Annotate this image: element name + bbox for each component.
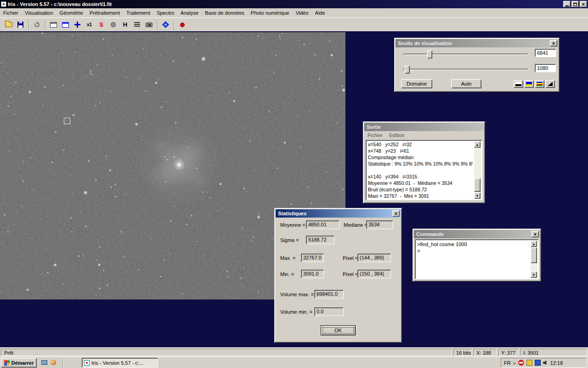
toolbar-list-button[interactable] <box>131 19 143 30</box>
ok-button[interactable]: OK <box>321 325 356 335</box>
menu-spectro[interactable]: Spectro <box>153 8 177 17</box>
high-threshold-slider-track[interactable] <box>403 53 528 55</box>
commande-scrollbar[interactable]: ▲ ▼ <box>531 241 537 278</box>
volume-max-value: 698401.0 <box>314 290 344 299</box>
open-folder-icon <box>5 22 12 27</box>
toolbar-zoom1-button[interactable]: x1 <box>84 19 95 30</box>
toolbar-open-button[interactable] <box>3 19 14 30</box>
scrollbar-thumb[interactable] <box>531 247 537 263</box>
scrollbar-thumb[interactable] <box>474 178 481 192</box>
tray-collapse-icon[interactable]: « <box>513 360 516 366</box>
menu-aide[interactable]: Aide <box>312 8 328 17</box>
toolbar-compass-button[interactable] <box>160 19 171 30</box>
toolbar-crosshair-button[interactable] <box>72 19 83 30</box>
toolbar-record-button[interactable] <box>176 19 188 30</box>
toolbar-histogram-button[interactable]: H <box>119 19 131 30</box>
tray-antivirus-icon[interactable] <box>518 360 524 366</box>
menu-photo-numerique[interactable]: Photo numérique <box>248 8 293 17</box>
menu-base-de-donnees[interactable]: Base de données <box>202 8 248 17</box>
list-icon <box>134 22 140 27</box>
seuils-close-button[interactable]: × <box>550 40 557 46</box>
menu-fichier[interactable]: Fichier <box>0 8 22 17</box>
toolbar-blue-frame-button[interactable] <box>60 19 71 30</box>
multi-color-mode-button[interactable] <box>535 80 544 88</box>
seuils-window: Seuils de visualisation × 6841 1080 Doma… <box>394 38 560 92</box>
min-value: 3091.0 <box>301 270 324 278</box>
menu-pretraitement[interactable]: Prétraitement <box>86 8 123 17</box>
sortie-output-area[interactable]: x=540 y=252 i=32 x=748 y=23 i=61 Composi… <box>366 140 482 200</box>
low-threshold-slider-track[interactable] <box>403 69 528 70</box>
commande-close-button[interactable]: × <box>531 231 539 237</box>
iris-task-button[interactable]: Iris - Version 5.57 - c:... <box>82 358 158 368</box>
sortie-menu-fichier[interactable]: Fichier <box>364 131 386 140</box>
window-title: Iris - Version 5.57 - c:\nouveau dossier… <box>6 1 562 7</box>
toolbar-save-button[interactable] <box>15 19 26 30</box>
command-line: >find_hot cosme 1000 <box>417 241 529 247</box>
arrow-up-icon: ▲ <box>476 143 479 146</box>
menu-traitement[interactable]: Traitement <box>123 8 153 17</box>
toolbar-window-button[interactable] <box>48 19 59 30</box>
high-threshold-value[interactable]: 6841 <box>535 49 556 57</box>
toolbar-circle-button[interactable] <box>107 19 119 30</box>
statistiques-titlebar[interactable]: Statistiques × <box>276 209 401 218</box>
seuils-titlebar[interactable]: Seuils de visualisation × <box>396 39 558 47</box>
main-titlebar: Iris - Version 5.57 - c:\nouveau dossier… <box>0 0 588 8</box>
sortie-scrollbar[interactable]: ▲ ▼ <box>474 141 481 199</box>
close-icon: × <box>395 211 397 216</box>
scroll-up-button[interactable]: ▲ <box>531 241 537 247</box>
app-icon <box>1 1 6 7</box>
scroll-up-button[interactable]: ▲ <box>474 141 481 148</box>
menu-analyse[interactable]: Analyse <box>177 8 202 17</box>
toolbar-undo-button[interactable] <box>31 19 43 30</box>
taskbar-separator <box>62 358 63 368</box>
tray-utility-icon[interactable] <box>526 360 532 366</box>
tray-network-icon[interactable] <box>535 360 541 366</box>
max-pixel-label: Pixel = <box>343 255 358 261</box>
show-desktop-shortcut[interactable] <box>40 359 48 366</box>
minimize-icon <box>565 6 569 6</box>
minimize-button[interactable] <box>563 1 571 7</box>
multi-color-icon <box>537 82 543 86</box>
commande-title: Commande <box>415 231 531 237</box>
clock[interactable]: 12:18 <box>550 360 563 366</box>
command-line: > <box>417 247 529 254</box>
maximize-button[interactable] <box>571 1 579 7</box>
commande-titlebar[interactable]: Commande × <box>414 230 540 238</box>
intensity-indicator: I: 3501 <box>520 349 587 356</box>
browser-shortcut[interactable] <box>50 359 57 366</box>
scroll-down-button[interactable]: ▼ <box>531 271 537 278</box>
output-line: Maxi = 32767 - Mini = 3091 <box>368 193 473 199</box>
menu-visualisation[interactable]: Visualisation <box>22 8 57 17</box>
grayscale-mode-button[interactable] <box>514 80 523 88</box>
two-color-mode-button[interactable] <box>524 80 534 88</box>
compass-icon <box>162 21 170 29</box>
start-button[interactable]: Démarrer <box>1 358 37 368</box>
volume-icon[interactable] <box>543 360 548 365</box>
toolbar-spectro-button[interactable]: S <box>96 19 107 30</box>
toolbar-camera-button[interactable] <box>143 19 155 30</box>
moyenne-value: 4850.01 <box>306 220 339 229</box>
commande-input-area[interactable]: >find_hot cosme 1000 > ▲ ▼ <box>415 239 539 279</box>
language-indicator[interactable]: FR <box>504 360 511 366</box>
gamma-mode-button[interactable] <box>545 80 555 88</box>
domaine-button[interactable]: Domaine <box>401 79 432 88</box>
statistiques-close-button[interactable]: × <box>392 210 400 217</box>
low-threshold-value[interactable]: 1080 <box>535 64 556 72</box>
menu-video[interactable]: Vidéo <box>293 8 312 17</box>
desktop-icon <box>41 360 47 365</box>
toolbar-separator <box>174 20 175 29</box>
auto-button[interactable]: Auto <box>451 79 481 88</box>
output-line <box>368 167 473 173</box>
two-color-icon <box>526 82 532 86</box>
close-button[interactable]: × <box>580 1 587 7</box>
output-line: Bruit (écart-type) = 5188.72 <box>368 186 473 193</box>
sortie-titlebar[interactable]: Sortie <box>364 123 484 131</box>
low-threshold-slider-thumb[interactable] <box>405 65 410 74</box>
mediane-label: Mediane = <box>344 222 368 228</box>
scroll-down-button[interactable]: ▼ <box>474 192 481 199</box>
histogram-icon: H <box>123 21 127 28</box>
undo-icon <box>34 22 40 27</box>
menu-geometrie[interactable]: Géométrie <box>57 8 86 17</box>
sortie-menu-edition[interactable]: Edition <box>386 131 408 140</box>
high-threshold-slider-thumb[interactable] <box>427 50 432 58</box>
